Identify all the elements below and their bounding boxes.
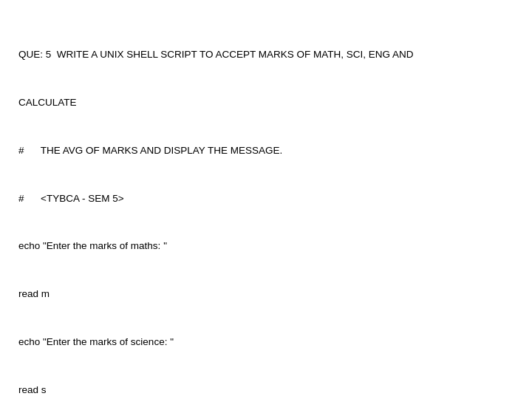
line-8: read s bbox=[18, 382, 514, 398]
line-4: # <TYBCA - SEM 5> bbox=[18, 191, 514, 207]
line-6: read m bbox=[18, 286, 514, 302]
code-block: QUE: 5 WRITE A UNIX SHELL SCRIPT TO ACCE… bbox=[0, 0, 532, 399]
line-5: echo "Enter the marks of maths: " bbox=[18, 238, 514, 254]
line-7: echo "Enter the marks of science: " bbox=[18, 334, 514, 350]
line-2: CALCULATE bbox=[18, 95, 514, 111]
line-1: QUE: 5 WRITE A UNIX SHELL SCRIPT TO ACCE… bbox=[18, 47, 514, 63]
line-3: # THE AVG OF MARKS AND DISPLAY THE MESSA… bbox=[18, 143, 514, 159]
